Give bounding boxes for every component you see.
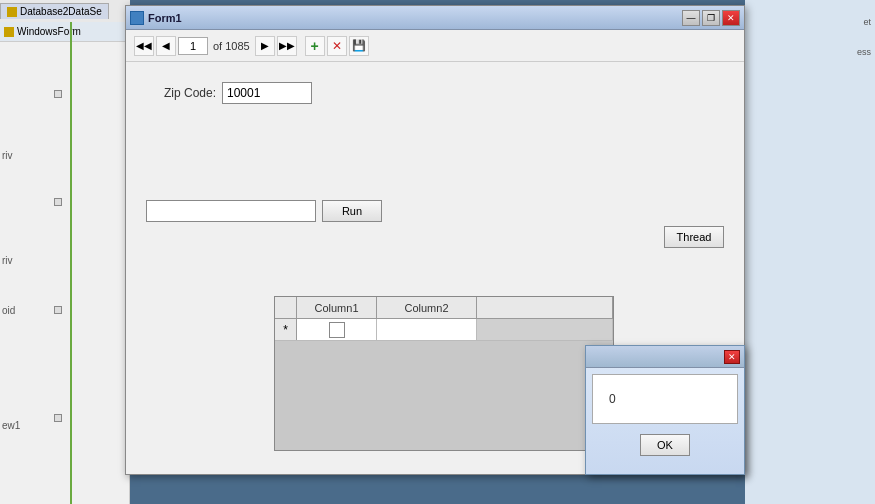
ide-dot-3 (54, 306, 62, 314)
run-text-input[interactable] (146, 200, 316, 222)
thread-button[interactable]: Thread (664, 226, 724, 248)
zip-code-row: Zip Code: (146, 82, 724, 104)
zip-code-input[interactable] (222, 82, 312, 104)
checkbox[interactable] (329, 322, 345, 338)
add-record-button[interactable]: + (305, 36, 325, 56)
msgbox-close-button[interactable]: ✕ (724, 350, 740, 364)
toolbar: ◀◀ ◀ of 1085 ▶ ▶▶ + ✕ 💾 (126, 30, 744, 62)
grid-header-indicator (275, 297, 297, 318)
window-controls: — ❐ ✕ (682, 10, 740, 26)
run-button[interactable]: Run (322, 200, 382, 222)
form-content: Zip Code: Run Thread (126, 62, 744, 258)
nav-first-button[interactable]: ◀◀ (134, 36, 154, 56)
run-row: Run (146, 200, 724, 222)
grid-row-indicator: * (275, 319, 297, 340)
ide-tab-icon-1 (7, 7, 17, 17)
grid-col2-header: Column2 (377, 297, 477, 318)
msgbox-content-area: 0 (592, 374, 738, 424)
form-titlebar: Form1 — ❐ ✕ (126, 6, 744, 30)
grid-empty-area (275, 341, 613, 450)
form-title-icon (130, 11, 144, 25)
thread-row: Thread (146, 226, 724, 248)
left-label-ew1: ew1 (2, 420, 20, 431)
right-label-ess: ess (853, 45, 875, 59)
ide-sidebar-line (70, 22, 72, 504)
titlebar-drag-area[interactable] (182, 6, 682, 29)
restore-button[interactable]: ❐ (702, 10, 720, 26)
data-grid: Column1 Column2 * (274, 296, 614, 451)
minimize-button[interactable]: — (682, 10, 700, 26)
close-button[interactable]: ✕ (722, 10, 740, 26)
msgbox-footer: OK (586, 430, 744, 460)
left-label-riv1: riv (2, 150, 13, 161)
delete-record-button[interactable]: ✕ (327, 36, 347, 56)
message-box: ✕ 0 OK (585, 345, 745, 475)
grid-header-extra (477, 297, 613, 318)
ide-dot-4 (54, 414, 62, 422)
ide-dots (54, 90, 62, 422)
nav-prev-button[interactable]: ◀ (156, 36, 176, 56)
ide-dot-2 (54, 198, 62, 206)
ide-tab-bar: Database2DataSe (0, 0, 130, 22)
page-of-text: of 1085 (210, 40, 253, 52)
nav-last-button[interactable]: ▶▶ (277, 36, 297, 56)
left-label-oid: oid (2, 305, 15, 316)
form-title-text: Form1 (148, 12, 182, 24)
grid-new-row: * (275, 319, 613, 341)
grid-cell-col2[interactable] (377, 319, 477, 340)
ide-tab-2[interactable]: WindowsForm (0, 22, 130, 42)
msgbox-ok-button[interactable]: OK (640, 434, 690, 456)
left-label-riv2: riv (2, 255, 13, 266)
form-title-group: Form1 (130, 11, 182, 25)
ide-dot-1 (54, 90, 62, 98)
page-number-input[interactable] (178, 37, 208, 55)
save-record-button[interactable]: 💾 (349, 36, 369, 56)
ide-tab-2-icon (4, 27, 14, 37)
grid-cell-checkbox (297, 319, 377, 340)
grid-cell-extra (477, 319, 613, 340)
grid-header: Column1 Column2 (275, 297, 613, 319)
msgbox-titlebar: ✕ (586, 346, 744, 368)
right-panel: et ess (745, 0, 875, 504)
zip-code-label: Zip Code: (146, 86, 216, 100)
ide-tab-1[interactable]: Database2DataSe (0, 3, 109, 19)
ide-tab-1-label: Database2DataSe (20, 6, 102, 17)
grid-col1-header: Column1 (297, 297, 377, 318)
nav-next-button[interactable]: ▶ (255, 36, 275, 56)
msgbox-value: 0 (609, 392, 616, 406)
form-spacer (146, 120, 724, 200)
right-label-et: et (859, 15, 875, 29)
